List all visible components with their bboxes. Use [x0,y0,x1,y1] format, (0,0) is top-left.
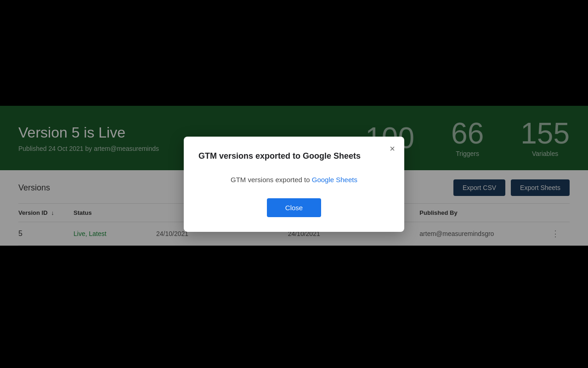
modal: × GTM versions exported to Google Sheets… [184,137,404,232]
google-sheets-link[interactable]: Google Sheets [312,176,357,184]
modal-body: GTM versions exported to Google Sheets [198,176,390,184]
modal-body-text: GTM versions exported to [231,176,312,184]
modal-overlay: × GTM versions exported to Google Sheets… [0,0,588,368]
modal-title: GTM versions exported to Google Sheets [198,151,390,161]
close-modal-button[interactable]: Close [267,198,321,217]
modal-close-button[interactable]: × [390,144,395,153]
modal-footer: Close [198,198,390,217]
